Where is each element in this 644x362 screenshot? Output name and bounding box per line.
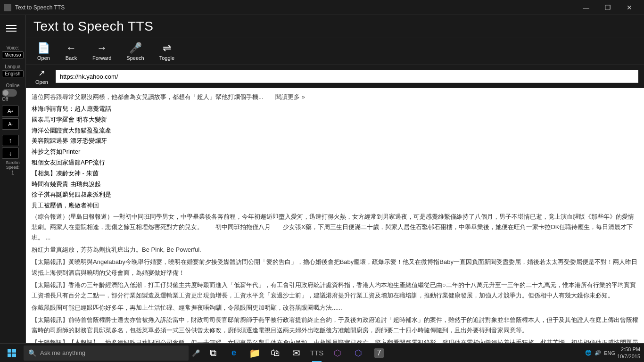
language-label: Langua xyxy=(2,64,24,69)
vs-code-button[interactable]: ⬡ xyxy=(348,344,369,362)
list-item[interactable]: 徐子淇再誕麟兒四叔豪派利是 xyxy=(32,190,638,200)
systray: 🌐 🔊 ENG xyxy=(585,350,615,356)
task-view-icon: ⧉ xyxy=(210,347,216,358)
speed-label: Speed: xyxy=(2,165,24,170)
file-explorer-icon: 📁 xyxy=(249,347,261,359)
read-more[interactable]: 閱讀更多 » xyxy=(275,93,305,100)
title-bar: Text to Speech TTS — ❐ ✕ xyxy=(0,0,644,15)
go-button[interactable]: ↗ Open xyxy=(32,67,52,86)
store-button[interactable]: 🛍 xyxy=(265,344,286,362)
hamburger-line-2 xyxy=(6,28,17,29)
web-content-wrapper: 這位阿谷跟尋常父親沒兩樣，他都會為女兒讀故事，都想有「超人」幫他打爛個手機...… xyxy=(26,88,644,343)
article-5: 【太陽報訊】前特首曾蔭權爵士遭去亦曾被捲入訴訟當中，財政司司長官邸前廚師于燕平被… xyxy=(32,315,638,336)
list-item[interactable]: 【相集】凍齡女神 - 朱茵 xyxy=(32,169,638,179)
file-explorer-button[interactable]: 📁 xyxy=(244,344,265,362)
open-label: Open xyxy=(37,55,50,61)
list-item[interactable]: 林海崢請育兒：超人應覺電話 xyxy=(32,104,638,114)
speech-label: Speech xyxy=(126,55,144,61)
list-item[interactable]: 租個女友回家過節APP流行 xyxy=(32,158,638,168)
web-content[interactable]: 這位阿谷跟尋常父親沒兩樣，他都會為女兒讀故事，都想有「超人」幫他打爛個手機...… xyxy=(26,88,644,343)
online-section: Online Off xyxy=(2,83,24,102)
taskbar-search[interactable]: 🔍 Ask me anything xyxy=(24,346,189,361)
time-display: 2:58 PM xyxy=(617,346,640,353)
taskbar: 🔍 Ask me anything 🎤 ⧉ e 📁 🛍 ✉ TTS ⬡ ⬡ 7 xyxy=(0,343,644,362)
list-item[interactable]: 美容院踩過界 漂牙恐變爛牙 xyxy=(32,136,638,146)
font-increase-button[interactable]: A+ xyxy=(2,106,19,117)
edge-button[interactable]: e xyxy=(223,344,244,362)
font-section: A+ A- xyxy=(2,106,24,131)
vs-icon: ⬡ xyxy=(334,348,341,358)
back-button[interactable]: ← Back xyxy=(59,40,83,63)
back-icon: ← xyxy=(66,42,76,54)
toggle-button[interactable]: ⇌ Toggle xyxy=(154,40,180,63)
hamburger-menu[interactable] xyxy=(2,19,21,38)
title-bar-controls: — ❐ ✕ xyxy=(575,0,640,15)
voice-section: Voice: Microso xyxy=(2,45,24,60)
language-indicator: ENG xyxy=(604,350,615,356)
scroll-section: ↑ ↓ Scrollin Speed: 1 xyxy=(2,135,24,175)
app-container: Voice: Microso Langua English Online Off… xyxy=(0,15,644,343)
online-toggle[interactable] xyxy=(2,89,17,97)
date-display: 10/7/2015 xyxy=(617,353,640,360)
visual-studio-button[interactable]: ⬡ xyxy=(327,344,348,362)
open-icon: 📄 xyxy=(37,42,50,54)
open-button[interactable]: 📄 Open xyxy=(32,40,56,63)
scroll-up-button[interactable]: ↑ xyxy=(2,135,19,146)
address-bar-row: ↗ Open xyxy=(26,65,644,88)
sidebar: Voice: Microso Langua English Online Off… xyxy=(0,15,26,343)
article-3: 【太陽報訊】香港の三年齡經濟陷入低潮，打工仔與僱主共度時艱而進入「低薪年代」，有… xyxy=(32,280,638,301)
taskbar-right: 🌐 🔊 ENG 2:58 PM 10/7/2015 xyxy=(585,346,644,360)
headlines-container: 林海崢請育兒：超人應覺電話國泰馬可孛羅會 明春大變新海洋公園證實大熊貓盈盈流產美… xyxy=(32,104,638,211)
toggle-label: Toggle xyxy=(159,55,174,61)
task-view-button[interactable]: ⧉ xyxy=(203,344,223,362)
mail-button[interactable]: ✉ xyxy=(286,344,306,362)
speech-button[interactable]: 🎤 Speech xyxy=(121,40,149,63)
minimize-button[interactable]: — xyxy=(575,0,597,15)
forward-icon: → xyxy=(97,42,107,54)
store-icon: 🛍 xyxy=(271,347,280,358)
taskbar-clock: 2:58 PM 10/7/2015 xyxy=(617,346,640,360)
scroll-down-button[interactable]: ↓ xyxy=(2,148,19,159)
back-label: Back xyxy=(66,55,77,61)
title-bar-title: Text to Speech TTS xyxy=(15,4,65,11)
main-content: Text to Speech TTS 📄 Open ← Back → Forwa… xyxy=(26,15,644,343)
tts-app-button[interactable]: TTS xyxy=(306,344,327,362)
long-article-1: （綜合報道）(星島日報報道）一對初中同班同學男女，中學畢業後各奔前程，今年初邂逅… xyxy=(32,212,638,243)
network-icon: 🌐 xyxy=(585,350,592,356)
app-title: Text to Speech TTS xyxy=(33,19,153,34)
list-item[interactable]: 國泰馬可孛羅會 明春大變新 xyxy=(32,115,638,125)
go-icon: ↗ xyxy=(38,68,45,78)
address-input[interactable] xyxy=(56,70,638,83)
search-placeholder: Ask me anything xyxy=(40,349,85,356)
vscode-icon: ⬡ xyxy=(355,348,362,358)
speed-value: 1 xyxy=(2,170,24,175)
top-story: 這位阿谷跟尋常父親沒兩樣，他都會為女兒讀故事，都想有「超人」幫他打爛個手機...… xyxy=(32,92,638,102)
scrolling-label: Scrollin xyxy=(2,160,24,165)
list-item[interactable]: 見工被壓價，應做者神回 xyxy=(32,201,638,211)
off-label: Off xyxy=(2,97,24,102)
volume-icon: 🔊 xyxy=(594,350,601,356)
speech-icon: 🎤 xyxy=(129,42,142,54)
edge-icon: e xyxy=(231,348,236,358)
font-decrease-button[interactable]: A- xyxy=(2,118,19,130)
close-button[interactable]: ✕ xyxy=(619,0,640,15)
start-button[interactable] xyxy=(0,344,24,362)
go-label: Open xyxy=(35,79,48,85)
list-item[interactable]: 神抄之答如Printer xyxy=(32,147,638,157)
tts-icon: TTS xyxy=(310,349,323,357)
forward-label: Forward xyxy=(92,55,111,61)
forward-button[interactable]: → Forward xyxy=(87,40,117,63)
restore-button[interactable]: ❐ xyxy=(597,0,619,15)
toggle-icon: ⇌ xyxy=(163,42,171,54)
article-4: 你戴黑眼圈可能已經跟匹你好多年，再加上生活忙碌、經常捱夜唔夠瞓，令黑眼圈更加明顯… xyxy=(32,303,638,313)
extra-icon: 7 xyxy=(374,348,384,358)
language-value[interactable]: English xyxy=(2,70,24,77)
voice-value[interactable]: Microso xyxy=(2,51,24,58)
extra-app-button[interactable]: 7 xyxy=(369,344,389,362)
title-bar-left: Text to Speech TTS xyxy=(4,4,65,11)
list-item[interactable]: 時間有幾費貴 由瑞典說起 xyxy=(32,180,638,189)
windows-icon xyxy=(8,349,16,357)
microphone-button[interactable]: 🎤 xyxy=(189,346,203,361)
list-item[interactable]: 海洋公園證實大熊貓盈盈流產 xyxy=(32,126,638,136)
hamburger-line-3 xyxy=(6,31,17,32)
